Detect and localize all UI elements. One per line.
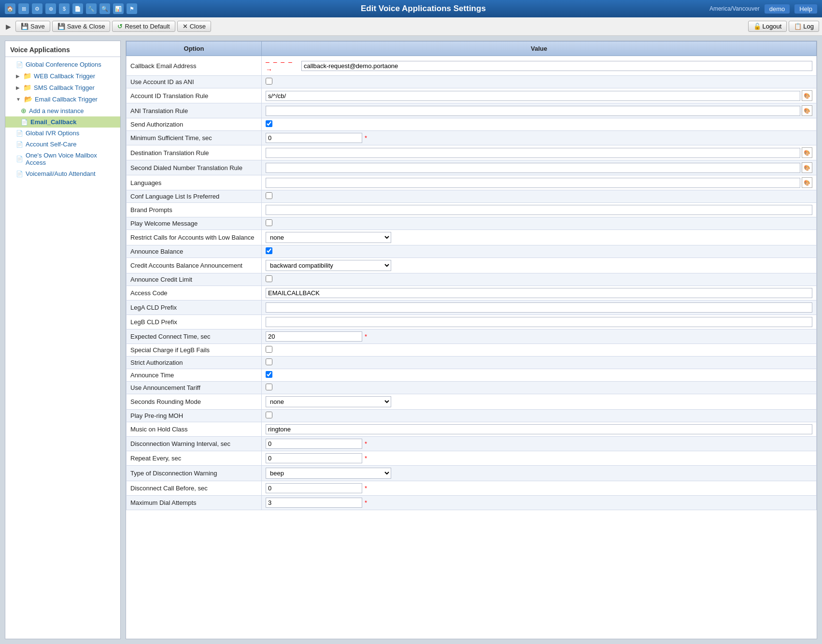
rule-text-input[interactable]	[266, 163, 800, 173]
rule-edit-button[interactable]: 🎨	[802, 177, 812, 188]
option-cell: Minimum Sufficient Time, sec	[127, 131, 262, 145]
reset-button[interactable]: ↺ Reset to Default	[112, 21, 175, 32]
option-cell: Disconnection Warning Interval, sec	[127, 437, 262, 451]
text-input[interactable]	[266, 424, 812, 434]
dropdown-select[interactable]: beeptonenone	[266, 468, 391, 479]
logout-button[interactable]: 🔓 Logout	[748, 21, 787, 32]
table-row: Send Authorization	[127, 118, 817, 131]
sidebar-label: Global Conference Options	[26, 61, 101, 68]
sidebar-item-add-instance[interactable]: ⊕ Add a new instance	[5, 105, 120, 116]
checkbox-input[interactable]	[266, 247, 272, 254]
rule-text-input[interactable]	[266, 178, 800, 188]
log-button[interactable]: 📋 Log	[789, 21, 819, 32]
option-cell: Play Welcome Message	[127, 217, 262, 230]
sidebar-label: WEB Callback Trigger	[34, 72, 95, 80]
value-cell	[262, 190, 817, 203]
table-row: Announce Time	[127, 369, 817, 382]
required-text-input[interactable]	[266, 331, 362, 342]
checkbox-input[interactable]	[266, 384, 272, 390]
help-button[interactable]: Help	[794, 4, 817, 14]
rule-text-input[interactable]	[266, 91, 800, 101]
close-button[interactable]: ✕ Close	[177, 21, 211, 32]
checkbox-input[interactable]	[266, 219, 272, 226]
doc-icon[interactable]: 📄	[72, 3, 83, 14]
required-text-input[interactable]	[266, 453, 362, 463]
sidebar-item-email-callback[interactable]: ▼ 📂 Email Callback Trigger	[5, 93, 120, 105]
rule-text-input[interactable]	[266, 106, 800, 116]
search-icon[interactable]: 🔍	[99, 3, 110, 14]
rule-edit-button[interactable]: 🎨	[802, 90, 812, 101]
text-input[interactable]	[301, 61, 812, 71]
text-input[interactable]	[266, 317, 812, 327]
sidebar-item-global-ivr[interactable]: 📄 Global IVR Options	[5, 128, 120, 139]
required-text-input[interactable]	[266, 439, 362, 449]
header-right: America/Vancouver demo Help	[709, 4, 817, 14]
value-cell	[262, 344, 817, 357]
save-button[interactable]: 💾 Save	[15, 21, 50, 32]
checkbox-input[interactable]	[266, 412, 272, 418]
checkbox-input[interactable]	[266, 120, 272, 127]
checkbox-input[interactable]	[266, 346, 272, 353]
page-icon: 📄	[16, 61, 23, 68]
chart-icon[interactable]: 📊	[113, 3, 124, 14]
sidebar-item-global-conf[interactable]: 📄 Global Conference Options	[5, 59, 120, 70]
home-icon[interactable]: 🏠	[5, 3, 15, 14]
billing-icon[interactable]: $	[59, 3, 70, 14]
checkbox-input[interactable]	[266, 192, 272, 199]
tools-icon[interactable]: 🔧	[86, 3, 97, 14]
page-icon: 📄	[16, 156, 23, 162]
table-row: Brand Prompts	[127, 203, 817, 217]
text-input[interactable]	[266, 205, 812, 215]
value-cell: 🎨	[262, 175, 817, 190]
required-input-row: *	[266, 331, 812, 342]
table-row: Expected Connect Time, sec*	[127, 329, 817, 344]
flag-icon[interactable]: ⚑	[127, 3, 137, 14]
required-text-input[interactable]	[266, 498, 362, 508]
option-cell: Conf Language List Is Preferred	[127, 190, 262, 203]
text-rule-row: 🎨	[266, 90, 812, 101]
dropdown-select[interactable]: backward compatibilityyesno	[266, 260, 391, 271]
sidebar-item-sms-callback[interactable]: ▶ 📁 SMS Callback Trigger	[5, 82, 120, 93]
option-cell: LegA CLD Prefix	[127, 301, 262, 315]
table-row: Credit Accounts Balance Announcementback…	[127, 258, 817, 273]
required-text-input[interactable]	[266, 483, 362, 493]
table-row: Announce Balance	[127, 245, 817, 258]
sidebar-item-email-callback-item[interactable]: 📄 Email_Callback	[5, 116, 120, 128]
user-display[interactable]: demo	[765, 4, 790, 14]
folder-open-icon: 📂	[24, 95, 32, 103]
text-input[interactable]	[266, 288, 812, 298]
nav-back[interactable]: ▶	[3, 21, 14, 32]
rule-text-input[interactable]	[266, 148, 800, 158]
value-cell: *	[262, 481, 817, 496]
dropdown-select[interactable]: noneyesno	[266, 232, 391, 243]
option-cell: Languages	[127, 175, 262, 190]
checkbox-input[interactable]	[266, 275, 272, 282]
rule-edit-button[interactable]: 🎨	[802, 162, 812, 173]
value-cell: backward compatibilityyesno	[262, 258, 817, 273]
network-icon[interactable]: ⊛	[45, 3, 56, 14]
text-rule-row: 🎨	[266, 147, 812, 158]
sidebar-item-account-self-care[interactable]: 📄 Account Self-Care	[5, 139, 120, 150]
required-text-input[interactable]	[266, 133, 362, 143]
sidebar-title: Voice Applications	[5, 41, 120, 57]
apps-icon[interactable]: ⚙	[32, 3, 43, 14]
save-close-button[interactable]: 💾 Save & Close	[52, 21, 111, 32]
rule-edit-button[interactable]: 🎨	[802, 147, 812, 158]
grid-icon[interactable]: ⊞	[18, 3, 29, 14]
checkbox-input[interactable]	[266, 358, 272, 365]
logout-icon: 🔓	[753, 23, 761, 30]
text-input[interactable]	[266, 302, 812, 313]
sidebar-item-voicemail[interactable]: 📄 Voicemail/Auto Attendant	[5, 168, 120, 179]
timezone-display: America/Vancouver	[709, 5, 760, 12]
checkbox-input[interactable]	[266, 371, 272, 378]
rule-edit-button[interactable]: 🎨	[802, 105, 812, 116]
table-row: Languages🎨	[127, 175, 817, 190]
option-cell: Brand Prompts	[127, 203, 262, 217]
sidebar-label: Add a new instance	[29, 107, 84, 114]
text-arrow-row: – – – –→	[266, 58, 812, 73]
checkbox-input[interactable]	[266, 78, 272, 85]
dropdown-select[interactable]: noneupdown	[266, 396, 391, 407]
sidebar-item-own-voice[interactable]: 📄 One's Own Voice Mailbox Access	[5, 150, 120, 168]
sidebar-item-web-callback[interactable]: ▶ 📁 WEB Callback Trigger	[5, 70, 120, 82]
option-cell: Play Pre-ring MOH	[127, 410, 262, 422]
